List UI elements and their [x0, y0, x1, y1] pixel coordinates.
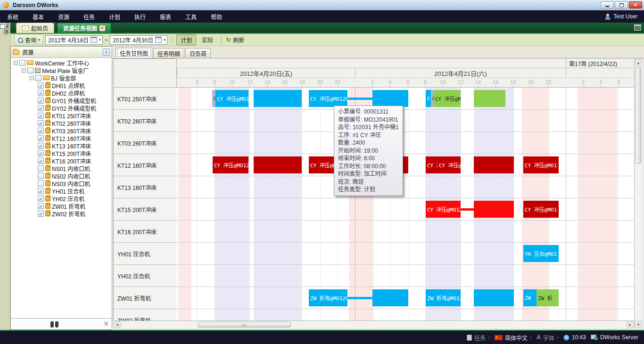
task-bar[interactable] [474, 201, 514, 218]
tree-checkbox[interactable]: ✓ [38, 128, 44, 134]
find-icon[interactable] [50, 321, 58, 328]
status-language-menu[interactable]: ★ 简体中文 ▾ [495, 334, 532, 342]
tree-item[interactable]: ✓DH02 点焊机 [11, 89, 112, 97]
tree-checkbox[interactable]: ✓ [38, 105, 44, 111]
tree-checkbox[interactable]: ✓ [38, 82, 44, 89]
plan-toggle[interactable]: 计划 [176, 34, 196, 45]
task-bar[interactable] [474, 156, 514, 173]
tree-checkbox[interactable]: ✓ [38, 188, 44, 194]
scroll-right-icon[interactable]: ▸ [627, 321, 634, 328]
tree-checkbox[interactable] [38, 165, 44, 172]
tree-checkbox[interactable]: ✓ [38, 196, 44, 202]
tree-checkbox[interactable]: ✓ [38, 211, 44, 217]
tree-checkbox[interactable]: ✓ [38, 120, 44, 126]
vertical-scrollbar[interactable]: ▴ ▾ [634, 58, 642, 328]
tree-checkbox[interactable] [27, 67, 33, 74]
tree-item[interactable]: ✓KT12 160T冲床 [11, 134, 112, 142]
vertical-scroll-thumb[interactable] [636, 67, 641, 164]
task-bar[interactable]: C [426, 90, 431, 107]
status-task-menu[interactable]: 任务 ▾ [467, 334, 490, 342]
task-bar[interactable]: ZW 折弯@MO12041901 [309, 289, 347, 306]
task-bar[interactable]: C [212, 90, 215, 107]
task-bar[interactable]: ZW 折 [537, 289, 559, 306]
horizontal-scroll-thumb[interactable] [198, 322, 291, 328]
view-tab-3[interactable]: 日负荷 [185, 48, 211, 58]
tree-checkbox[interactable]: ✓ [38, 135, 44, 141]
tab-close-icon[interactable]: ✕ [99, 25, 105, 31]
tree-item[interactable]: ✓YH01 压合机 [11, 187, 112, 195]
tree-item[interactable]: ✓KT02 260T冲床 [11, 119, 112, 127]
tree-item[interactable]: −WorkCenter 工作中心 [11, 59, 112, 66]
task-bar[interactable]: YH 压合@MO1 [523, 245, 559, 262]
date-from-dropdown-icon[interactable]: ▾ [99, 38, 102, 42]
tree-item[interactable]: −BJ 钣金部 [11, 74, 112, 82]
tree-checkbox[interactable]: ✓ [38, 98, 44, 104]
task-bar[interactable]: CY 冲压@MO12041901 [215, 90, 248, 107]
menu-item-7[interactable]: 报表 [153, 10, 178, 23]
tree-item[interactable]: ✓DH01 点焊机 [11, 82, 112, 89]
tree-expander-icon[interactable]: − [14, 61, 18, 65]
tree-expander-icon[interactable]: − [22, 68, 26, 73]
tree-item[interactable]: ✓KT03 260T冲床 [11, 127, 112, 134]
tree-item[interactable]: ✓KT15 200T冲床 [11, 149, 112, 157]
tree-item[interactable]: ✓KT13 160T冲床 [11, 142, 112, 149]
user-box[interactable]: Test User [605, 10, 637, 23]
tree-item[interactable]: −Metal Plate 钣金厂 [11, 66, 112, 74]
status-font-menu[interactable]: A 字体 ▾ [537, 334, 559, 342]
query-button[interactable]: 查询 ▾ [14, 34, 43, 45]
task-bar[interactable]: CY 冲压@MO1 [523, 201, 559, 218]
tree-item[interactable]: ✓YH02 压合机 [11, 195, 112, 202]
tree-item[interactable]: ✓ZW02 折弯机 [11, 210, 112, 217]
tree-checkbox[interactable]: ✓ [38, 150, 44, 156]
task-bar[interactable]: CY 冲 [426, 156, 438, 173]
date-to-dropdown-icon[interactable]: ▾ [164, 38, 167, 42]
scroll-left-icon[interactable]: ◂ [114, 321, 121, 328]
menu-item-2[interactable]: 基本 [25, 10, 51, 23]
menu-item-9[interactable]: 帮助 [204, 10, 229, 23]
collapse-panel-button[interactable]: ‹ [103, 49, 110, 56]
actual-toggle[interactable]: 实际 [198, 35, 217, 45]
tree-checkbox[interactable]: ✓ [38, 143, 44, 149]
menu-item-4[interactable]: 任务 [76, 10, 102, 23]
task-bar[interactable] [254, 90, 302, 107]
menu-item-6[interactable]: 执行 [127, 10, 153, 23]
task-bar[interactable]: ZW 折弯@MO12041901 [426, 289, 461, 306]
clear-icon[interactable]: ✕ [103, 320, 109, 328]
date-to-field[interactable]: 2012年 4月30日 ▾ [110, 35, 167, 45]
tree-checkbox[interactable]: ✓ [38, 203, 44, 209]
tree-item[interactable]: ✓GY01 外桶成型机 [11, 97, 112, 104]
tree-expander-icon[interactable]: − [30, 76, 34, 80]
tree-item[interactable]: ✓KT16 200T冲床 [11, 157, 112, 164]
task-bar[interactable]: CY 冲压@MO1 [523, 156, 559, 173]
refresh-button[interactable]: ↻ 刷新 [226, 36, 244, 44]
view-tab-2[interactable]: 任务明细 [153, 48, 184, 58]
tree-item[interactable]: NS02 内收口机 [11, 172, 112, 180]
scroll-up-icon[interactable]: ▴ [635, 59, 642, 66]
task-bar[interactable]: CY 冲压@MO12041903 [426, 201, 461, 218]
tree-item[interactable]: NS03 内收口机 [11, 180, 112, 187]
scroll-down-icon[interactable]: ▾ [635, 321, 642, 328]
task-bar[interactable] [474, 289, 514, 306]
task-bar[interactable]: ZW [523, 289, 537, 306]
tree-checkbox[interactable] [38, 180, 44, 187]
tree-checkbox[interactable]: ✓ [38, 90, 44, 96]
tree-checkbox[interactable]: ✓ [38, 158, 44, 164]
maximize-button[interactable] [615, 1, 628, 8]
task-bar[interactable] [474, 90, 505, 107]
menu-item-3[interactable]: 资源 [51, 10, 76, 23]
task-bar[interactable]: CY 冲压@MO12041901 [309, 90, 347, 107]
tab-home[interactable]: ⌂ 起始页 [16, 23, 54, 33]
task-bar[interactable]: CY 冲压@MO12041904 [438, 156, 461, 173]
menu-item-5[interactable]: 计划 [102, 10, 127, 23]
view-tab-1[interactable]: 任务甘特图 [116, 47, 152, 58]
menu-item-8[interactable]: 工具 [178, 10, 204, 23]
tree-checkbox[interactable] [35, 75, 41, 81]
task-bar[interactable]: CY 冲压@MO12041904 [213, 156, 248, 173]
window-list-icon[interactable] [634, 25, 641, 31]
tree-item[interactable]: ✓ZW01 折弯机 [11, 202, 112, 210]
task-bar[interactable] [372, 289, 408, 306]
task-bar[interactable]: CY 冲压@MO12041902 [434, 90, 461, 107]
minimize-button[interactable] [601, 1, 614, 8]
tab-resource-task-view[interactable]: 资源任务视图 ✕ [57, 23, 111, 33]
task-bar[interactable] [372, 90, 408, 107]
